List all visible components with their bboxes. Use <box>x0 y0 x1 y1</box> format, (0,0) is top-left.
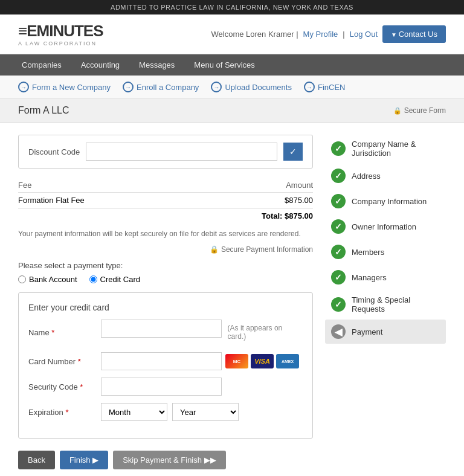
lock-icon: 🔒 <box>393 107 402 115</box>
expiry-group: Month010203040506070809101112 Year202420… <box>101 403 239 421</box>
logo-sub: A LAW CORPORATION <box>18 40 103 47</box>
my-profile-link[interactable]: My Profile <box>303 30 338 39</box>
step-circle-current: ◀ <box>331 324 346 339</box>
fee-amount: $875.00 <box>184 193 313 208</box>
total-row: Total: $875.00 <box>18 208 313 224</box>
total-label <box>18 208 184 224</box>
fee-col-header: Fee <box>18 178 184 193</box>
credit-card-radio[interactable] <box>89 275 97 283</box>
discount-apply-button[interactable]: ✓ <box>283 143 303 161</box>
card-number-input[interactable] <box>101 352 222 370</box>
step-label: Members <box>352 248 384 257</box>
total-amount: Total: $875.00 <box>184 208 313 224</box>
nav-item-menu-of-services[interactable]: Menu of Services <box>184 54 264 76</box>
separator: | <box>343 30 344 39</box>
step-circle-complete: ✓ <box>331 270 346 285</box>
contact-us-button[interactable]: Contact Us <box>382 25 446 43</box>
main-nav: CompaniesAccountingMessagesMenu of Servi… <box>0 54 464 76</box>
left-panel: Discount Code ✓ Fee Amount Formation Fla… <box>18 135 313 469</box>
logout-link[interactable]: Log Out <box>350 30 378 39</box>
amount-col-header: Amount <box>184 178 313 193</box>
subnav-item-form-a-new-company[interactable]: →Form a New Company <box>18 82 111 92</box>
step-address: ✓Address <box>325 164 446 188</box>
finish-button[interactable]: Finish ▶ <box>60 451 108 469</box>
name-label: Name * <box>28 328 95 337</box>
top-banner: ADMITTED TO PRACTICE LAW IN CALIFORNIA, … <box>0 0 464 14</box>
step-label: Company Information <box>352 197 427 206</box>
payment-type-label: Please select a payment type: <box>18 261 313 270</box>
main-content: Discount Code ✓ Fee Amount Formation Fla… <box>0 123 464 476</box>
bank-account-radio[interactable] <box>18 275 26 283</box>
circle-arrow-icon: → <box>211 82 222 92</box>
step-circle-complete: ✓ <box>331 141 346 156</box>
welcome-text: Welcome Loren Kramer | <box>211 30 298 39</box>
mastercard-logo: MC <box>225 354 248 368</box>
nav-item-accounting[interactable]: Accounting <box>71 54 129 76</box>
bank-account-option[interactable]: Bank Account <box>18 275 77 284</box>
step-owner-information: ✓Owner Information <box>325 214 446 239</box>
skip-payment-button[interactable]: Skip Payment & Finish ▶▶ <box>113 451 225 469</box>
month-select[interactable]: Month010203040506070809101112 <box>101 403 167 421</box>
amex-logo: AMEX <box>276 354 299 368</box>
card-number-required: * <box>78 357 81 366</box>
name-field-row: Name * (As it appears on card.) <box>28 320 303 345</box>
name-required: * <box>51 328 54 337</box>
page-title: Form A LLC <box>18 105 69 116</box>
year-select[interactable]: Year2024202520262027202820292030 <box>172 403 239 421</box>
cc-name-input[interactable] <box>101 320 222 338</box>
step-circle-complete: ✓ <box>331 219 346 234</box>
credit-card-label: Credit Card <box>100 275 140 284</box>
bank-account-label: Bank Account <box>29 275 77 284</box>
step-label: Payment <box>352 327 382 336</box>
right-panel: ✓Company Name & Jurisdiction✓Address✓Com… <box>325 135 446 469</box>
security-code-label: Security Code * <box>28 382 95 391</box>
step-label: Managers <box>352 273 387 282</box>
payment-note: Your payment information will be kept se… <box>18 230 313 238</box>
card-logos: MC VISA AMEX <box>225 354 299 368</box>
security-code-required: * <box>80 382 83 391</box>
subnav-item-upload-documents[interactable]: →Upload Documents <box>211 82 292 92</box>
security-code-field-row: Security Code * <box>28 378 303 396</box>
banner-text: ADMITTED TO PRACTICE LAW IN CALIFORNIA, … <box>111 4 353 11</box>
nav-item-companies[interactable]: Companies <box>12 54 71 76</box>
circle-arrow-icon: → <box>18 82 29 92</box>
step-members: ✓Members <box>325 240 446 264</box>
card-number-field-row: Card Number * MC VISA AMEX <box>28 352 303 370</box>
bottom-buttons: Back Finish ▶ Skip Payment & Finish ▶▶ <box>18 451 313 469</box>
step-company-name-&-jurisdiction: ✓Company Name & Jurisdiction <box>325 135 446 162</box>
step-payment: ◀Payment <box>325 320 446 344</box>
expiration-field-row: Expiration * Month0102030405060708091011… <box>28 403 303 421</box>
discount-label: Discount Code <box>28 147 80 156</box>
nav-item-messages[interactable]: Messages <box>129 54 184 76</box>
subnav-item-enroll-a-company[interactable]: →Enroll a Company <box>123 82 199 92</box>
card-number-label: Card Number * <box>28 357 95 366</box>
payment-type-radio-group: Bank Account Credit Card <box>18 275 313 284</box>
discount-box: Discount Code ✓ <box>18 135 313 169</box>
page-title-bar: Form A LLC 🔒 Secure Form <box>0 99 464 123</box>
secure-payment-info: 🔒 Secure Payment Information <box>18 245 313 254</box>
credit-card-option[interactable]: Credit Card <box>89 275 140 284</box>
expiration-required: * <box>65 408 68 417</box>
secure-form-label: 🔒 Secure Form <box>393 106 446 115</box>
credit-card-box: Enter your credit card Name * (As it app… <box>18 292 313 439</box>
subnav-item-fincen[interactable]: →FinCEN <box>304 82 346 92</box>
circle-arrow-icon: → <box>304 82 315 92</box>
step-label: Timing & Special Requests <box>352 295 440 314</box>
back-button[interactable]: Back <box>18 451 55 469</box>
step-circle-complete: ✓ <box>331 194 346 208</box>
header: ≡EMINUTES A LAW CORPORATION Welcome Lore… <box>0 14 464 54</box>
fee-row: Formation Flat Fee $875.00 <box>18 193 313 208</box>
step-circle-complete: ✓ <box>331 169 346 183</box>
cc-title: Enter your credit card <box>28 303 303 312</box>
step-managers: ✓Managers <box>325 265 446 289</box>
header-right: Welcome Loren Kramer | My Profile | Log … <box>211 25 446 43</box>
lock-icon-2: 🔒 <box>210 245 219 254</box>
visa-logo: VISA <box>251 354 274 368</box>
step-timing-&-special-requests: ✓Timing & Special Requests <box>325 291 446 318</box>
logo-text: ≡EMINUTES <box>18 22 103 40</box>
security-code-input[interactable] <box>101 378 222 396</box>
step-company-information: ✓Company Information <box>325 189 446 213</box>
sub-nav: →Form a New Company→Enroll a Company→Upl… <box>0 76 464 99</box>
discount-input[interactable] <box>86 143 277 161</box>
step-circle-complete: ✓ <box>331 245 346 259</box>
